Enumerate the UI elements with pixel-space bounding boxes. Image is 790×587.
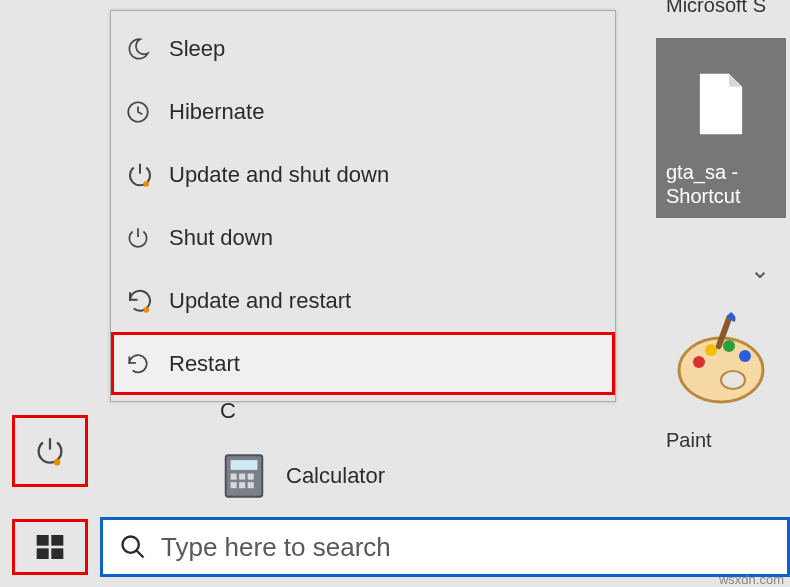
menu-label: Sleep xyxy=(169,36,225,62)
restart-update-icon xyxy=(125,285,169,317)
tile-paint[interactable]: Paint xyxy=(656,290,786,480)
svg-line-24 xyxy=(137,551,144,558)
menu-item-update-shutdown[interactable]: Update and shut down xyxy=(111,143,615,206)
section-letter: C xyxy=(220,398,236,424)
svg-point-9 xyxy=(723,340,735,352)
svg-point-6 xyxy=(721,371,745,389)
start-panel: Sleep Hibernate Update and shut down xyxy=(100,0,644,516)
menu-item-update-restart[interactable]: Update and restart xyxy=(111,269,615,332)
svg-point-14 xyxy=(143,306,149,312)
menu-item-hibernate[interactable]: Hibernate xyxy=(111,80,615,143)
svg-point-8 xyxy=(705,344,717,356)
svg-rect-4 xyxy=(51,548,63,559)
power-icon xyxy=(125,222,169,254)
taskbar-search[interactable] xyxy=(100,517,790,577)
power-icon xyxy=(33,434,67,468)
menu-item-sleep[interactable]: Sleep xyxy=(111,17,615,80)
menu-item-restart[interactable]: Restart xyxy=(111,332,615,395)
menu-label: Restart xyxy=(169,351,240,377)
svg-point-0 xyxy=(54,459,61,466)
svg-rect-3 xyxy=(37,548,49,559)
start-button[interactable] xyxy=(12,519,88,575)
menu-label: Update and shut down xyxy=(169,162,389,188)
tile-caption: gta_sa - Shortcut xyxy=(666,160,776,208)
svg-rect-1 xyxy=(37,535,49,546)
svg-rect-17 xyxy=(231,474,237,480)
start-rail xyxy=(0,0,100,587)
svg-point-7 xyxy=(693,356,705,368)
tile-gta-shortcut[interactable]: gta_sa - Shortcut xyxy=(656,38,786,218)
svg-rect-2 xyxy=(51,535,63,546)
menu-label: Shut down xyxy=(169,225,273,251)
app-list-section-header[interactable]: C xyxy=(220,398,236,424)
document-icon xyxy=(666,48,776,160)
power-button[interactable] xyxy=(12,415,88,487)
power-update-icon xyxy=(125,159,169,191)
svg-point-23 xyxy=(123,537,139,553)
svg-rect-19 xyxy=(248,474,254,480)
svg-point-10 xyxy=(739,350,751,362)
app-label: Calculator xyxy=(286,463,385,489)
tile-group-label: Microsoft S xyxy=(666,0,766,17)
svg-rect-20 xyxy=(231,482,237,488)
tiles-column: Microsoft S ⌄ gta_sa - Shortcut ⌄ Paint xyxy=(644,0,790,587)
search-input[interactable] xyxy=(161,532,771,563)
svg-rect-18 xyxy=(239,474,245,480)
restart-icon xyxy=(125,348,169,380)
svg-rect-21 xyxy=(239,482,245,488)
svg-point-13 xyxy=(143,180,149,186)
windows-icon xyxy=(34,531,66,563)
calculator-icon xyxy=(220,452,268,500)
menu-label: Update and restart xyxy=(169,288,351,314)
menu-label: Hibernate xyxy=(169,99,264,125)
clock-icon xyxy=(125,96,169,128)
power-menu: Sleep Hibernate Update and shut down xyxy=(110,10,616,402)
moon-icon xyxy=(125,33,169,65)
paint-icon xyxy=(671,310,771,410)
svg-rect-16 xyxy=(231,460,258,470)
menu-item-shutdown[interactable]: Shut down xyxy=(111,206,615,269)
svg-rect-22 xyxy=(248,482,254,488)
chevron-down-icon[interactable]: ⌄ xyxy=(750,256,770,276)
search-icon xyxy=(119,533,147,561)
tile-caption: Paint xyxy=(666,428,776,452)
app-list-item-calculator[interactable]: Calculator xyxy=(220,452,385,500)
watermark: wsxdn.com xyxy=(719,572,784,587)
